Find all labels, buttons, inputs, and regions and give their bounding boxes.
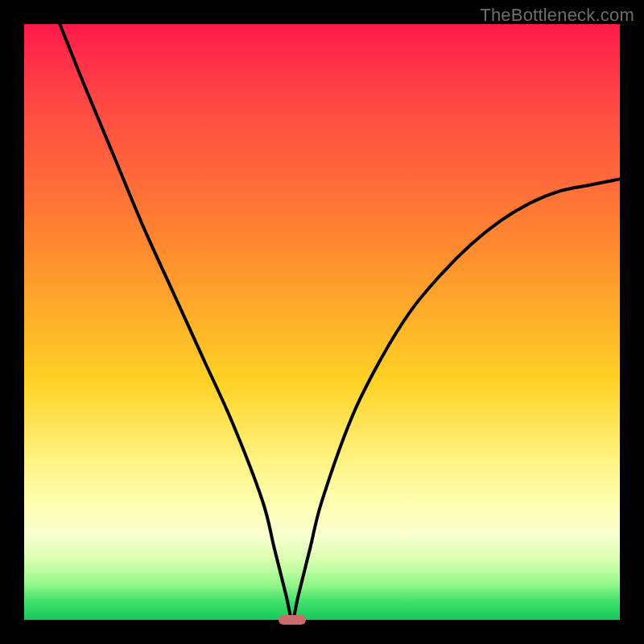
plot-area — [24, 24, 620, 620]
optimum-marker — [279, 615, 305, 625]
watermark-text: TheBottleneck.com — [480, 5, 634, 26]
bottleneck-curve — [24, 24, 620, 620]
chart-frame: TheBottleneck.com — [0, 0, 644, 644]
